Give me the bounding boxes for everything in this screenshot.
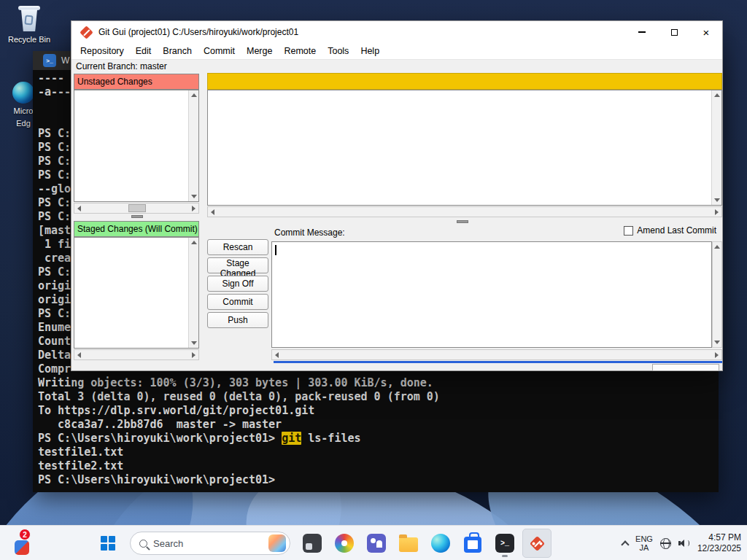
commit-horizontal-scrollbar[interactable] [271, 349, 722, 360]
menu-merge[interactable]: Merge [241, 46, 278, 56]
diff-vertical-scrollbar[interactable] [711, 90, 721, 205]
scroll-left-icon[interactable] [275, 352, 279, 358]
push-button[interactable]: Push [207, 312, 268, 328]
powershell-icon: >_ [43, 54, 56, 67]
commit-message-label: Commit Message: [274, 228, 345, 238]
commit-button[interactable]: Commit [207, 294, 268, 310]
amend-checkbox-label: Amend Last Commit [637, 225, 716, 236]
recycle-bin-icon [18, 4, 40, 32]
scroll-up-icon[interactable] [714, 93, 720, 97]
close-button[interactable]: × [690, 21, 722, 43]
menu-commit[interactable]: Commit [198, 46, 241, 56]
menu-branch[interactable]: Branch [157, 46, 198, 56]
stage-changed-button[interactable]: Stage Changed [207, 257, 268, 273]
staged-file-list[interactable] [74, 237, 199, 349]
diff-header-bar [207, 73, 722, 90]
staged-vertical-scrollbar[interactable] [188, 238, 198, 348]
unstaged-changes-header: Unstaged Changes [74, 74, 199, 90]
text-cursor [275, 245, 276, 255]
sign-off-button[interactable]: Sign Off [207, 276, 268, 292]
maximize-button[interactable] [658, 21, 690, 43]
minimize-icon [638, 31, 646, 33]
scroll-right-icon[interactable] [715, 209, 719, 215]
chat-icon [367, 534, 386, 553]
menu-repository[interactable]: Repository [74, 46, 130, 56]
volume-wave-icon [686, 540, 689, 546]
terminal-icon: >_ [495, 534, 514, 553]
edge-icon [12, 82, 34, 104]
scrollbar-thumb[interactable] [128, 204, 146, 212]
file-explorer-button[interactable] [394, 529, 423, 558]
git-gui-taskbar-button[interactable] [522, 529, 551, 558]
scroll-up-icon[interactable] [191, 241, 197, 244]
search-icon [139, 540, 147, 548]
terminal-button[interactable]: >_ [490, 529, 519, 558]
tray-chevron-up-icon[interactable] [621, 540, 629, 548]
scroll-left-icon[interactable] [77, 352, 81, 358]
diff-view[interactable] [207, 90, 722, 206]
recycle-bin-desktop-icon[interactable]: Recycle Bin [6, 4, 53, 44]
notification-badge: 2 [19, 529, 31, 540]
tray-time: 4:57 PM [708, 532, 741, 542]
language-top: ENG [635, 534, 653, 543]
menu-help[interactable]: Help [355, 46, 385, 56]
scroll-right-icon[interactable] [715, 352, 719, 358]
left-splitter-grip[interactable] [131, 215, 143, 218]
volume-icon[interactable] [678, 538, 690, 548]
minimize-button[interactable] [626, 21, 658, 43]
staged-horizontal-scrollbar[interactable] [74, 349, 199, 360]
store-button[interactable] [458, 529, 487, 558]
menu-edit[interactable]: Edit [130, 46, 158, 56]
colorful-app-button[interactable] [330, 529, 359, 558]
git-logo-icon [80, 26, 93, 39]
scroll-left-icon[interactable] [77, 206, 81, 211]
git-icon [529, 535, 544, 551]
commit-vertical-scrollbar[interactable] [712, 241, 722, 348]
amend-checkbox[interactable] [624, 226, 633, 236]
diff-horizontal-scrollbar[interactable] [207, 206, 722, 217]
maximize-icon [671, 29, 678, 36]
language-indicator[interactable]: ENG JA [635, 534, 653, 552]
edge-label-line2: Edg [16, 119, 31, 128]
amend-last-commit-group: Amend Last Commit [624, 225, 716, 236]
widgets-button[interactable]: 2 [9, 527, 42, 559]
folder-icon [399, 537, 418, 552]
taskbar-search[interactable]: Search [130, 532, 290, 555]
commit-message-input[interactable] [271, 241, 712, 348]
widgets-icon [15, 540, 29, 555]
network-icon[interactable] [660, 538, 671, 549]
clock[interactable]: 4:57 PM 12/23/2025 [697, 532, 741, 554]
terminal-line: PS C:\Users\hiroyuki\work\project01> git… [38, 432, 719, 446]
git-gui-window: Git Gui (project01) C:/Users/hiroyuki/wo… [71, 20, 723, 371]
scroll-up-icon[interactable] [714, 245, 720, 249]
scroll-right-icon[interactable] [192, 352, 196, 358]
scroll-up-icon[interactable] [191, 93, 197, 97]
highlighted-command: git [282, 432, 301, 445]
terminal-line: testfile1.txt [38, 446, 719, 459]
menu-remote[interactable]: Remote [278, 46, 322, 56]
unstaged-vertical-scrollbar[interactable] [188, 90, 198, 201]
scroll-down-icon[interactable] [191, 195, 197, 198]
edge-icon [431, 534, 450, 553]
dark-app-icon [303, 534, 322, 553]
git-gui-titlebar[interactable]: Git Gui (project01) C:/Users/hiroyuki/wo… [71, 21, 722, 43]
start-button[interactable] [93, 529, 123, 558]
chat-button[interactable] [362, 529, 391, 558]
menu-tools[interactable]: Tools [322, 46, 355, 56]
unstaged-file-list[interactable] [74, 90, 199, 202]
rescan-button[interactable]: Rescan [207, 239, 268, 255]
search-highlights-icon[interactable] [268, 534, 286, 552]
scroll-right-icon[interactable] [192, 206, 196, 211]
main-splitter-grip[interactable] [457, 220, 468, 223]
progress-bar-line [274, 361, 722, 363]
edge-button[interactable] [426, 529, 455, 558]
scroll-down-icon[interactable] [191, 341, 197, 345]
git-menu-bar: RepositoryEditBranchCommitMergeRemoteToo… [71, 43, 722, 59]
unstaged-horizontal-scrollbar[interactable] [74, 203, 199, 214]
scroll-down-icon[interactable] [714, 341, 720, 344]
scroll-left-icon[interactable] [211, 209, 214, 215]
recycle-arrows [24, 15, 33, 25]
dark-app-button[interactable] [298, 529, 327, 558]
scroll-down-icon[interactable] [714, 198, 720, 202]
system-tray: ENG JA 4:57 PM 12/23/2025 [622, 526, 741, 560]
